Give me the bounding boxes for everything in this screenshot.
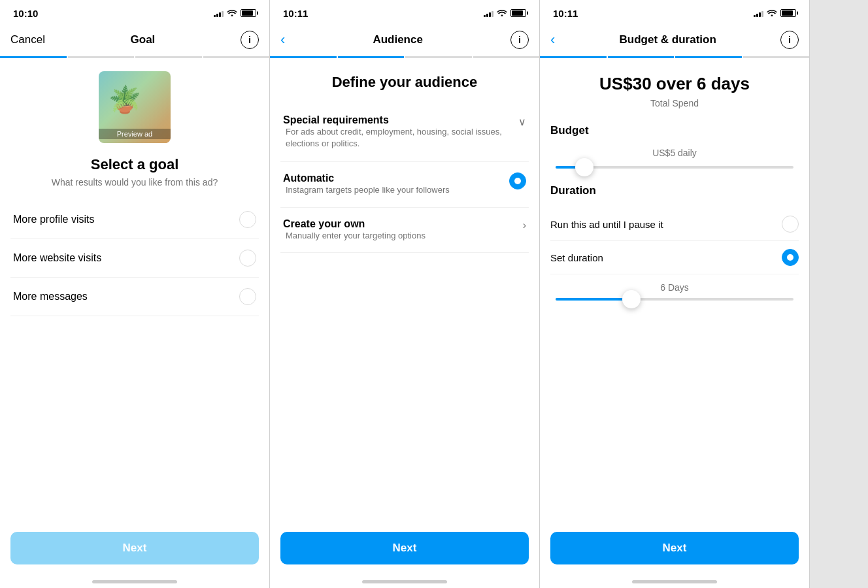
- duration-section: Duration Run this ad until I pause it Se…: [540, 184, 809, 301]
- ad-preview-image: 🪴 Preview ad: [99, 71, 171, 143]
- audience-nav-title: Audience: [373, 33, 423, 46]
- duration-set-radio[interactable]: [782, 249, 799, 266]
- option-profile-visits-label: More profile visits: [13, 214, 94, 225]
- special-requirements-text: Special requirements For ads about credi…: [283, 114, 518, 159]
- status-bar-2: 10:11: [270, 0, 539, 24]
- goal-bottom-bar: Next: [0, 521, 269, 575]
- signal-icon-3: [754, 9, 763, 17]
- nav-bar-1: Cancel Goal i: [0, 24, 269, 56]
- back-button-2[interactable]: ‹: [280, 31, 285, 48]
- duration-pause-label: Run this ad until I pause it: [550, 219, 663, 230]
- automatic-radio[interactable]: [509, 172, 526, 189]
- automatic-option[interactable]: Automatic Instagram targets people like …: [280, 162, 529, 206]
- budget-content: US$30 over 6 days Total Spend Budget US$…: [540, 58, 809, 521]
- goal-next-button[interactable]: Next: [10, 532, 259, 564]
- battery-icon-2: [510, 9, 526, 17]
- home-bar-1: [92, 580, 177, 583]
- nav-bar-2: ‹ Audience i: [270, 24, 539, 56]
- duration-title: Duration: [550, 184, 799, 208]
- option-more-messages[interactable]: More messages: [10, 278, 259, 316]
- home-bar-3: [632, 580, 717, 583]
- budget-nav-title: Budget & duration: [620, 33, 716, 46]
- goal-subtitle: What results would you like from this ad…: [0, 177, 269, 201]
- duration-slider-track[interactable]: [556, 298, 793, 301]
- status-icons-1: [214, 8, 256, 18]
- info-button-3[interactable]: i: [780, 31, 799, 49]
- home-indicator-2: [270, 575, 539, 588]
- budget-main-title: US$30 over 6 days: [540, 58, 809, 98]
- audience-bottom-bar: Next: [270, 521, 539, 575]
- automatic-desc: Instagram targets people like your follo…: [283, 184, 509, 196]
- status-time-2: 10:11: [283, 8, 308, 19]
- signal-icon-1: [214, 9, 224, 17]
- nav-bar-3: ‹ Budget & duration i: [540, 24, 809, 56]
- screen-goal: 10:10 Cancel Goal i: [0, 0, 270, 588]
- duration-set-label: Set duration: [550, 252, 603, 263]
- create-own-chevron-right-icon: ›: [523, 220, 526, 231]
- budget-section-title: Budget: [540, 124, 809, 148]
- automatic-title: Automatic: [283, 172, 509, 184]
- create-own-text: Create your own Manually enter your targ…: [283, 218, 523, 242]
- wifi-icon-3: [767, 8, 777, 18]
- battery-icon-1: [241, 9, 256, 17]
- option-more-messages-label: More messages: [13, 291, 88, 302]
- wifi-icon-1: [227, 8, 237, 18]
- status-icons-3: [754, 8, 796, 18]
- cancel-button[interactable]: Cancel: [10, 33, 45, 46]
- goal-title: Select a goal: [0, 150, 269, 177]
- screen-audience: 10:11 ‹ Audience i: [270, 0, 540, 588]
- total-spend-label: Total Spend: [540, 98, 809, 124]
- battery-icon-3: [780, 9, 796, 17]
- automatic-text: Automatic Instagram targets people like …: [283, 172, 509, 196]
- status-bar-1: 10:10: [0, 0, 269, 24]
- info-button-2[interactable]: i: [510, 31, 529, 49]
- duration-slider-fill: [556, 298, 631, 301]
- goal-options-list: More profile visits More website visits …: [0, 201, 269, 316]
- status-time-1: 10:10: [13, 8, 38, 19]
- goal-nav-title: Goal: [131, 33, 156, 46]
- option-profile-visits-radio[interactable]: [239, 211, 256, 228]
- audience-next-button[interactable]: Next: [280, 532, 529, 564]
- status-icons-2: [484, 8, 526, 18]
- special-requirements-section: Special requirements For ads about credi…: [280, 104, 529, 162]
- home-bar-2: [362, 580, 447, 583]
- ad-preview-decoration: 🪴: [108, 84, 141, 115]
- automatic-section: Automatic Instagram targets people like …: [280, 162, 529, 207]
- option-website-visits-label: More website visits: [13, 252, 101, 264]
- budget-slider-container: US$5 daily: [540, 148, 809, 184]
- audience-content: Define your audience Special requirement…: [270, 58, 539, 521]
- option-website-visits-radio[interactable]: [239, 250, 256, 267]
- ad-preview-container: 🪴 Preview ad: [0, 58, 269, 150]
- status-bar-3: 10:11: [540, 0, 809, 24]
- budget-next-button[interactable]: Next: [550, 532, 799, 564]
- option-more-messages-radio[interactable]: [239, 288, 256, 305]
- home-indicator-1: [0, 575, 269, 588]
- create-own-option[interactable]: Create your own Manually enter your targ…: [280, 208, 529, 252]
- audience-title: Define your audience: [270, 58, 539, 104]
- duration-pause-radio[interactable]: [782, 216, 799, 233]
- create-own-title: Create your own: [283, 218, 523, 230]
- special-requirements-header[interactable]: Special requirements For ads about credi…: [280, 104, 529, 161]
- screen-budget: 10:11 ‹ Budget & duration: [540, 0, 810, 588]
- preview-ad-label: Preview ad: [99, 129, 171, 139]
- status-time-3: 10:11: [553, 8, 578, 19]
- budget-slider-thumb[interactable]: [575, 158, 593, 176]
- budget-value-label: US$5 daily: [550, 148, 799, 158]
- back-button-3[interactable]: ‹: [550, 31, 555, 48]
- budget-bottom-bar: Next: [540, 521, 809, 575]
- budget-slider-track[interactable]: [556, 166, 793, 169]
- duration-option-set[interactable]: Set duration: [550, 241, 799, 274]
- duration-slider-thumb[interactable]: [622, 290, 641, 308]
- option-website-visits[interactable]: More website visits: [10, 239, 259, 278]
- duration-option-pause[interactable]: Run this ad until I pause it: [550, 208, 799, 241]
- special-requirements-chevron-down-icon: ∨: [518, 116, 526, 128]
- special-requirements-desc: For ads about credit, employment, housin…: [283, 126, 518, 159]
- wifi-icon-2: [497, 8, 507, 18]
- goal-content: 🪴 Preview ad Select a goal What results …: [0, 58, 269, 521]
- days-value-label: 6 Days: [550, 282, 799, 293]
- info-button-1[interactable]: i: [241, 31, 259, 49]
- home-indicator-3: [540, 575, 809, 588]
- special-requirements-title: Special requirements: [283, 114, 518, 126]
- option-profile-visits[interactable]: More profile visits: [10, 201, 259, 239]
- signal-icon-2: [484, 9, 493, 17]
